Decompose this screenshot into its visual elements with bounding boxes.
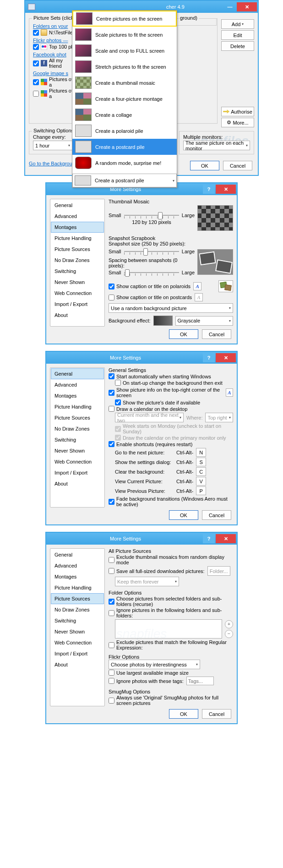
recurse-check[interactable]: Choose pictures from selected folders an… (109, 596, 233, 607)
nav-import-export[interactable]: Import / Export (51, 467, 104, 478)
nav-general[interactable]: General (51, 200, 104, 211)
nav-pic-handling[interactable]: Picture Handling (51, 401, 104, 412)
facebook-link[interactable]: Facebook phot (33, 52, 75, 57)
smugmug-original-check[interactable]: Always use 'Original' SmugMug photos for… (109, 695, 233, 706)
ignore-folders-check[interactable]: Ignore pictures in the following folders… (109, 607, 233, 618)
enable-shortcuts-check[interactable]: Enable shortcuts (requires restart) (109, 441, 233, 447)
cancel-button[interactable]: Cancel (223, 161, 252, 170)
nav-import-export[interactable]: Import / Export (51, 299, 104, 310)
show-info-check[interactable]: Show picture info on the top-right corne… (109, 387, 223, 398)
minimize-button[interactable]: — (224, 2, 236, 11)
caption-polaroids-check[interactable]: Show caption or title on polaroids (109, 284, 190, 289)
mode-four-montage[interactable]: Create a four-picture montage (72, 91, 177, 107)
google-item-2[interactable]: Pictures of a (33, 88, 75, 99)
shortcut-next-input[interactable] (196, 448, 206, 457)
more-button[interactable]: ⚙ More... (221, 118, 254, 127)
shortcut-settings-input[interactable] (196, 458, 206, 466)
shortcut-prev-input[interactable] (196, 486, 206, 495)
cancel-button[interactable]: Cancel (202, 329, 231, 339)
mosaic-size-slider[interactable]: SmallLarge (109, 211, 195, 219)
google-item-1[interactable]: Pictures of a (33, 76, 75, 87)
mode-mosaic[interactable]: Create a thumbnail mosaic (72, 75, 177, 91)
nav-web-conn[interactable]: Web Connection (51, 288, 104, 299)
nav-montages[interactable]: Montages (51, 222, 104, 233)
help-button[interactable]: ? (203, 534, 215, 543)
nav-never-shown[interactable]: Never Shown (51, 277, 104, 288)
edit-button[interactable]: Edit (221, 30, 254, 40)
nav-switching[interactable]: Switching (51, 434, 104, 445)
nav-import-export[interactable]: Import / Export (51, 648, 104, 659)
facebook-item[interactable]: fAll my friend (33, 58, 75, 69)
nav-montages[interactable]: Montages (51, 390, 104, 401)
close-button[interactable]: ✕ (216, 185, 236, 194)
flickr-sort-select[interactable]: Choose photos by interestingness▾ (109, 660, 200, 669)
mode-random[interactable]: A random mode, surprise me! (72, 155, 177, 171)
bg-effect-select[interactable]: Grayscale▾ (175, 316, 233, 326)
nav-never-shown[interactable]: Never Shown (51, 445, 104, 456)
nav-advanced[interactable]: Advanced (51, 379, 104, 390)
font-button[interactable]: A (193, 282, 201, 290)
ok-button[interactable]: OK (169, 709, 198, 719)
flickr-link[interactable]: Flickr photos — (33, 38, 75, 43)
folder-item[interactable]: N:\TestFiles (33, 29, 75, 36)
stack-preview-button[interactable] (218, 280, 233, 292)
nav-switching[interactable]: Switching (51, 266, 104, 277)
nav-web-conn[interactable]: Web Connection (51, 456, 104, 467)
ok-button[interactable]: OK (190, 161, 219, 170)
monitors-select[interactable]: The same picture on each monitor▾ (183, 141, 250, 150)
shortcut-view-input[interactable] (196, 477, 206, 486)
mode-scale-crop[interactable]: Scale and crop to FULL screen (72, 43, 177, 59)
ok-button[interactable]: OK (169, 510, 198, 520)
nav-pic-sources[interactable]: Picture Sources (51, 412, 104, 423)
nav-pic-sources[interactable]: Picture Sources (51, 244, 104, 255)
nav-about[interactable]: About (51, 478, 104, 489)
remove-folder-button[interactable]: − (225, 630, 233, 638)
nav-pic-handling[interactable]: Picture Handling (51, 582, 104, 593)
nav-about[interactable]: About (51, 310, 104, 321)
nav-switching[interactable]: Switching (51, 615, 104, 626)
cancel-button[interactable]: Cancel (202, 510, 231, 520)
close-button[interactable]: ✕ (237, 2, 257, 11)
nav-pic-handling[interactable]: Picture Handling (51, 233, 104, 244)
save-full-check[interactable]: Save all full-sized downloaded pictures: (109, 568, 205, 574)
add-folder-button[interactable]: + (225, 620, 233, 628)
folders-link[interactable]: Folders on your (33, 23, 75, 29)
help-button[interactable]: ? (203, 185, 215, 194)
nav-general[interactable]: General (51, 549, 104, 560)
nav-never-shown[interactable]: Never Shown (51, 626, 104, 637)
help-button[interactable]: ? (203, 353, 215, 362)
nav-pic-sources[interactable]: Picture Sources (51, 593, 104, 604)
nav-montages[interactable]: Montages (51, 571, 104, 582)
draw-calendar-check[interactable]: Draw a calendar on the desktop (109, 406, 233, 412)
mode-polaroid[interactable]: Create a polaroid pile (72, 123, 177, 139)
mode-scale-fit[interactable]: Scale pictures to fit the screen (72, 27, 177, 43)
caption-postcards-check[interactable]: Show caption or title on postcards (109, 295, 192, 300)
delete-button[interactable]: Delete (221, 41, 254, 51)
start-exit-check[interactable]: On start-up change the background then e… (115, 380, 233, 386)
ok-button[interactable]: OK (169, 329, 198, 339)
font-button[interactable]: A (226, 388, 233, 397)
nav-advanced[interactable]: Advanced (51, 560, 104, 571)
ignore-tags-check[interactable]: Ignore photos with these tags: (109, 678, 184, 684)
close-button[interactable]: ✕ (216, 534, 236, 543)
mode-centre[interactable]: Centre pictures on the screen (72, 11, 177, 27)
flickr-item[interactable]: Top 100 ph (33, 44, 75, 50)
mode-postcard[interactable]: Create a postcard pile (72, 139, 177, 155)
nav-no-draw[interactable]: No Draw Zones (51, 423, 104, 434)
nav-advanced[interactable]: Advanced (51, 211, 104, 222)
use-largest-check[interactable]: Use largest available image size (109, 670, 233, 676)
close-button[interactable]: ✕ (216, 353, 236, 362)
exclude-mosaic-check[interactable]: Exclude thumbnail mosaics from random di… (109, 554, 233, 565)
interval-select[interactable]: 1 hour▾ (33, 141, 72, 150)
fade-check[interactable]: Fade background transitions (Windows Aer… (109, 496, 233, 507)
mode-collage[interactable]: Create a collage (72, 107, 177, 123)
snapshot-size-slider[interactable]: SmallLarge (109, 247, 195, 256)
cancel-button[interactable]: Cancel (202, 709, 231, 719)
random-bg-select[interactable]: Use a random background picture▾ (109, 303, 233, 313)
add-button[interactable]: Add ▾ (221, 19, 254, 29)
nav-no-draw[interactable]: No Draw Zones (51, 604, 104, 615)
nav-web-conn[interactable]: Web Connection (51, 637, 104, 648)
nav-general[interactable]: General (51, 368, 104, 379)
google-link[interactable]: Google image s (33, 71, 75, 76)
shortcut-clear-input[interactable] (196, 467, 206, 476)
